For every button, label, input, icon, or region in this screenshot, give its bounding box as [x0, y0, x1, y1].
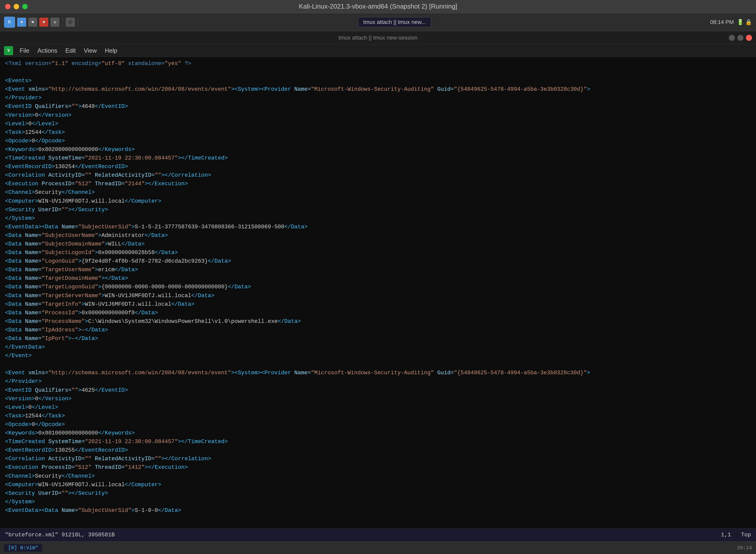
toolbar-btn-1[interactable]: ■: [17, 18, 26, 27]
line-8: <Level>0</Level>: [5, 120, 751, 128]
line-2: [5, 68, 751, 76]
line-45: <TimeCreated SystemTime="2021-11-19 22:3…: [5, 438, 751, 446]
line-37: <Event xmlns="http://schemas.microsoft.c…: [5, 369, 751, 377]
line-22: <Data Name="SubjectDomainName">WILL</Dat…: [5, 240, 751, 248]
line-43: <Opcode>0</Opcode>: [5, 421, 751, 429]
line-9: <Task>12544</Task>: [5, 128, 751, 137]
line-19: </System>: [5, 214, 751, 223]
line-17: <Computer>WIN-UV1J6MF0DTJ.will.local</Co…: [5, 197, 751, 206]
line-7: <Version>0</Version>: [5, 111, 751, 120]
toolbar-btn-2[interactable]: ■: [28, 18, 37, 27]
line-26: <Data Name="TargetDomainName"></Data>: [5, 274, 751, 283]
status-icons: 🔋 🔒: [737, 19, 752, 25]
line-1: <?xml version="1.1" encoding="utf-8" sta…: [5, 59, 751, 68]
line-53: <EventData><Data Name="SubjectUserSid">S…: [5, 506, 751, 515]
line-5: </Provider>: [5, 94, 751, 102]
menu-actions[interactable]: Actions: [34, 46, 61, 56]
line-13: <EventRecordID>130254</EventRecordID>: [5, 163, 751, 171]
cursor-position: 1,1: [721, 532, 731, 538]
toolbar-sep-2: [78, 18, 78, 27]
line-3: <Events>: [5, 76, 751, 85]
menu-help[interactable]: Help: [101, 46, 121, 56]
menu-file[interactable]: File: [16, 46, 33, 56]
line-44: <Keywords>0x8010000000000000</Keywords>: [5, 429, 751, 438]
line-16: <Channel>Security</Channel>: [5, 188, 751, 197]
toolbar: K ■ ■ ■ ⚙ ⬛ tmux attach || tmux new... 0…: [0, 13, 756, 31]
line-4: <Event xmlns="http://schemas.microsoft.c…: [5, 85, 751, 94]
line-20: <EventData><Data Name="SubjectUserSid">S…: [5, 223, 751, 231]
line-33: <Data Name="IpPort">-</Data>: [5, 334, 751, 343]
line-15: <Execution ProcessID="512" ThreadID="214…: [5, 180, 751, 188]
status-right: 1,1 Top: [721, 532, 751, 538]
tab-close-button[interactable]: [746, 35, 752, 41]
minimize-button[interactable]: [14, 4, 19, 9]
line-10: <Opcode>0</Opcode>: [5, 137, 751, 146]
line-25: <Data Name="TargetUserName">ericm</Data>: [5, 266, 751, 274]
line-50: <Computer>WIN-UV1J6MF0DTJ.will.local</Co…: [5, 481, 751, 489]
line-49: <Channel>Security</Channel>: [5, 472, 751, 481]
title-bar: Kali-Linux-2021.3-vbox-amd64 (Snapshot 2…: [0, 0, 756, 13]
line-21: <Data Name="SubjectUserName">Administrat…: [5, 231, 751, 240]
line-29: <Data Name="TargetInfo">WIN-UV1J6MF0DTJ.…: [5, 300, 751, 309]
line-28: <Data Name="TargetServerName">WIN-UV1J6M…: [5, 292, 751, 300]
line-27: <Data Name="TargetLogonGuid">{00000000-0…: [5, 283, 751, 291]
line-36: [5, 360, 751, 369]
bottom-time: 20:14: [737, 545, 752, 551]
line-42: <Task>12544</Task>: [5, 412, 751, 421]
line-41: <Level>0</Level>: [5, 403, 751, 412]
line-6: <EventID Qualifiers="">4648</EventID>: [5, 102, 751, 111]
line-34: </EventData>: [5, 343, 751, 351]
line-30: <Data Name="ProcessId">0x000000000000f8<…: [5, 309, 751, 317]
line-11: <Keywords>0x8020000000000000</Keywords>: [5, 146, 751, 154]
editor-content: <?xml version="1.1" encoding="utf-8" sta…: [0, 57, 756, 528]
time-display: 08:14 PM: [710, 19, 734, 25]
line-32: <Data Name="IpAddress">-</Data>: [5, 326, 751, 334]
line-51: <Security UserID=""></Security>: [5, 489, 751, 498]
line-18: <Security UserID=""></Security>: [5, 206, 751, 214]
tab-btn-1[interactable]: [729, 35, 735, 41]
close-button[interactable]: [5, 4, 11, 9]
time-area: 08:14 PM 🔋 🔒: [710, 19, 752, 25]
window-title: Kali-Linux-2021.3-vbox-amd64 (Snapshot 2…: [299, 3, 457, 10]
kali-icon: K: [4, 17, 15, 28]
toolbar-btn-3[interactable]: ■: [39, 18, 48, 27]
status-bar: "bruteforce.xml" 91218L, 3950581B 1,1 To…: [0, 528, 756, 541]
line-38: </Provider>: [5, 377, 751, 386]
line-39: <EventID Qualifiers="">4625</EventID>: [5, 386, 751, 395]
tab-title: tmux attach || tmux new-session: [338, 35, 417, 41]
file-info: "bruteforce.xml" 91218L, 3950581B: [5, 532, 721, 538]
toolbar-btn-4[interactable]: ⚙: [50, 18, 59, 27]
line-24: <Data Name="LogonGuid">{9f2e4d8f-4f8b-5d…: [5, 257, 751, 266]
maximize-button[interactable]: [22, 4, 28, 9]
menu-edit[interactable]: Edit: [62, 46, 79, 56]
bottom-bar: [0] 0:vim* 20:14: [0, 541, 756, 554]
tab-close-area: [729, 35, 752, 41]
tmux-tab[interactable]: [0] 0:vim*: [4, 544, 42, 552]
menu-bar: V File Actions Edit View Help: [0, 44, 756, 57]
scroll-position: Top: [741, 532, 751, 538]
line-46: <EventRecordID>130255</EventRecordID>: [5, 446, 751, 455]
traffic-lights: [5, 4, 28, 9]
line-40: <Version>0</Version>: [5, 395, 751, 403]
menu-view[interactable]: View: [80, 46, 101, 56]
toolbar-tab[interactable]: tmux attach || tmux new...: [358, 17, 431, 27]
vim-icon: V: [4, 46, 13, 55]
toolbar-sep-1: [62, 18, 63, 27]
tab-btn-2[interactable]: [737, 35, 743, 41]
line-12: <TimeCreated SystemTime="2021-11-19 22:3…: [5, 154, 751, 163]
line-23: <Data Name="SubjectLogonId">0x0000000000…: [5, 248, 751, 257]
line-47: <Correlation ActivityID="" RelatedActivi…: [5, 455, 751, 463]
line-31: <Data Name="ProcessName">C:\Windows\Syst…: [5, 317, 751, 326]
line-14: <Correlation ActivityID="" RelatedActivi…: [5, 171, 751, 180]
line-52: </System>: [5, 498, 751, 506]
toolbar-btn-5[interactable]: ⬛: [66, 18, 75, 27]
tab-bar: tmux attach || tmux new-session: [0, 31, 756, 44]
line-48: <Execution ProcessID="512" ThreadID="141…: [5, 463, 751, 472]
line-35: </Event>: [5, 351, 751, 360]
